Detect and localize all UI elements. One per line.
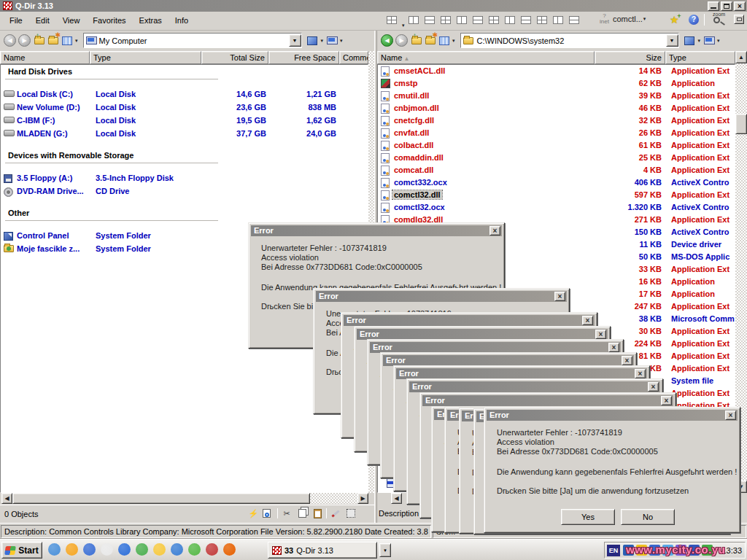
no-button[interactable]: No: [621, 509, 675, 525]
column-header-type[interactable]: Type: [90, 51, 201, 64]
rename-pen-icon[interactable]: [329, 508, 342, 519]
menu-info[interactable]: Info: [169, 13, 195, 28]
layout-quad-c-icon[interactable]: [487, 14, 502, 27]
file-row[interactable]: comctl32.dll597 KBApplication Ext: [378, 190, 735, 202]
go-dropdown-icon-right[interactable]: ▾: [698, 38, 701, 44]
blue-m-icon[interactable]: [118, 543, 131, 556]
checker-icon[interactable]: [83, 543, 96, 556]
at-sign-tray-icon[interactable]: [662, 545, 673, 556]
dialog-close-icon[interactable]: ×: [661, 396, 672, 405]
calendar-icon[interactable]: [101, 543, 113, 556]
layout-dropdown-icon[interactable]: ▾: [402, 23, 405, 28]
dialog-titlebar[interactable]: Error×: [396, 368, 647, 379]
right-vscroll-thumb[interactable]: [735, 114, 747, 134]
zoom-tool-icon[interactable]: zoom: [711, 12, 729, 27]
dialog-titlebar[interactable]: Error×: [487, 410, 738, 421]
menu-favorites[interactable]: Favorites: [86, 13, 132, 28]
layout-hsplit-icon[interactable]: [423, 14, 438, 27]
layout-quad-d-icon[interactable]: [535, 14, 550, 27]
window-titlebar[interactable]: Q-Dir 3.13 ×: [0, 0, 747, 12]
views-dropdown-icon[interactable]: ▾: [75, 38, 78, 44]
inet-group[interactable]: ?inet comctl... ▾: [600, 13, 648, 25]
file-row[interactable]: cmstp62 KBApplication: [378, 78, 735, 90]
menu-file[interactable]: File: [3, 13, 29, 28]
scroll-left-icon[interactable]: ◀: [1, 493, 12, 504]
views-dropdown-icon-right[interactable]: ▾: [452, 38, 455, 44]
computer-icon-right[interactable]: [703, 34, 715, 47]
blue-r-tray-icon[interactable]: [649, 545, 660, 556]
file-row[interactable]: colbact.dll61 KBApplication Ext: [378, 140, 735, 152]
list-item[interactable]: New Volume (D:)Local Disk23,6 GB838 MB: [1, 102, 368, 114]
back-icon-right[interactable]: ◀: [381, 34, 393, 47]
views-icon-right[interactable]: [438, 34, 450, 47]
dialog-titlebar[interactable]: Error×: [422, 395, 673, 406]
column-header-free-space[interactable]: Free Space: [268, 51, 339, 64]
close-button[interactable]: ×: [734, 1, 746, 11]
list-item[interactable]: MLADEN (G:)Local Disk37,7 GB24,0 GB: [1, 128, 368, 141]
computer-dropdown-icon[interactable]: ▾: [340, 38, 343, 44]
menu-edit[interactable]: Edit: [29, 13, 56, 28]
right-scroll-left-icon[interactable]: ◀: [391, 493, 402, 504]
paste-icon[interactable]: [311, 508, 324, 519]
layout-vsplit-b-icon[interactable]: [455, 14, 470, 27]
file-row[interactable]: comct332.ocx406 KBActiveX Contro: [378, 177, 735, 190]
dialog-close-icon[interactable]: ×: [608, 343, 619, 352]
file-row[interactable]: cmutil.dll39 KBApplication Ext: [378, 90, 735, 103]
new-folder-icon-right[interactable]: ✱: [424, 34, 436, 47]
file-row[interactable]: comaddin.dll25 KBApplication Ext: [378, 152, 735, 165]
left-address-dropdown-button[interactable]: ▼: [289, 34, 301, 47]
dialog-titlebar[interactable]: Error×: [370, 342, 621, 353]
dialog-titlebar[interactable]: Error×: [251, 225, 502, 236]
utorrent-icon[interactable]: [188, 543, 201, 556]
column-header-name[interactable]: Name: [0, 51, 90, 64]
globe-tray-icon[interactable]: [623, 545, 634, 556]
layout-quad-icon[interactable]: [385, 14, 400, 27]
select-grid-icon[interactable]: [344, 508, 357, 519]
list-item[interactable]: 3.5 Floppy (A:)3.5-Inch Floppy Disk: [1, 173, 368, 185]
task-button-qdir[interactable]: 33 Q-Dir 3.13: [268, 542, 377, 559]
profile-combo-arrow-icon[interactable]: ▾: [643, 16, 646, 22]
task-dropdown-button[interactable]: ▾: [379, 543, 391, 557]
new-folder-icon[interactable]: ✱: [47, 34, 59, 47]
menu-view[interactable]: View: [56, 13, 87, 28]
yes-button[interactable]: Yes: [561, 509, 615, 525]
minimize-button[interactable]: [708, 1, 719, 11]
dialog-close-icon[interactable]: ×: [489, 226, 500, 236]
pizza-icon[interactable]: [153, 543, 166, 556]
dialog-titlebar[interactable]: Error×: [383, 355, 634, 366]
up-folder-icon-right[interactable]: ↑: [410, 34, 422, 47]
recycle-page-icon[interactable]: [262, 508, 275, 519]
file-row[interactable]: cnbjmon.dll46 KBApplication Ext: [378, 103, 735, 115]
up-folder-icon[interactable]: ↑: [33, 34, 45, 47]
file-row[interactable]: cnvfat.dll26 KBApplication Ext: [378, 128, 735, 140]
dialog-close-icon[interactable]: ×: [554, 292, 565, 301]
file-row[interactable]: comctl32.ocx1.320 KBActiveX Contro: [378, 202, 735, 214]
cut-icon[interactable]: ✂: [280, 508, 293, 519]
green-tray-icon[interactable]: [702, 545, 713, 556]
error-dialog-front[interactable]: Error×Unerwarteter Fehler : -1073741819A…: [484, 407, 740, 533]
dialog-close-icon[interactable]: ×: [622, 356, 632, 365]
computer-dropdown-icon-right[interactable]: ▾: [717, 38, 720, 44]
file-row[interactable]: comcat.dll4 KBApplication Ext: [378, 165, 735, 177]
layout-hsplit-c-icon[interactable]: [519, 14, 534, 27]
layout-vsplit-d-icon[interactable]: [551, 14, 566, 27]
scroll-right-icon[interactable]: ▶: [357, 493, 368, 504]
go-dropdown-icon[interactable]: ▾: [321, 38, 324, 44]
dialog-close-icon[interactable]: ×: [725, 411, 736, 420]
file-row[interactable]: cnetcfg.dll32 KBApplication Ext: [378, 115, 735, 128]
firefox-icon[interactable]: [223, 543, 236, 556]
forward-icon[interactable]: ▶: [18, 34, 31, 47]
dialog-titlebar[interactable]: Error×: [316, 291, 567, 302]
column-header-name[interactable]: Name ▲: [377, 51, 595, 64]
restore-button[interactable]: [721, 1, 732, 11]
dialog-titlebar[interactable]: Error×: [357, 329, 608, 340]
layout-vsplit-c-icon[interactable]: [503, 14, 518, 27]
copy-icon[interactable]: [295, 508, 309, 519]
right-address-combo[interactable]: C:\WINDOWS\system32 ▼: [460, 33, 679, 48]
column-header-size[interactable]: Size: [595, 51, 665, 64]
clock[interactable]: 13:33: [721, 546, 742, 555]
left-hscroll-thumb[interactable]: [12, 493, 310, 504]
purple-tray-icon[interactable]: [676, 545, 686, 556]
back-icon[interactable]: ◀: [4, 34, 16, 47]
language-indicator[interactable]: EN: [607, 545, 620, 556]
